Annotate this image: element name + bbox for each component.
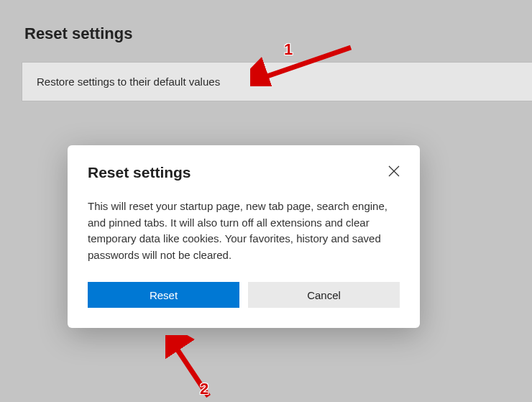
annotation-number-2: 2 xyxy=(200,380,208,398)
cancel-button[interactable]: Cancel xyxy=(248,282,400,308)
restore-settings-row[interactable]: Restore settings to their default values xyxy=(22,62,532,101)
page-title: Reset settings xyxy=(0,0,532,43)
dialog-header: Reset settings xyxy=(88,164,400,183)
close-icon[interactable] xyxy=(381,164,400,183)
dialog-body-text: This will reset your startup page, new t… xyxy=(88,198,400,263)
restore-settings-label: Restore settings to their default values xyxy=(37,76,220,88)
reset-settings-dialog: Reset settings This will reset your star… xyxy=(68,145,420,328)
dialog-title: Reset settings xyxy=(88,164,191,181)
dialog-actions: Reset Cancel xyxy=(88,282,400,308)
svg-line-5 xyxy=(173,342,208,396)
annotation-arrow-2 xyxy=(165,335,223,400)
reset-button[interactable]: Reset xyxy=(88,282,239,308)
